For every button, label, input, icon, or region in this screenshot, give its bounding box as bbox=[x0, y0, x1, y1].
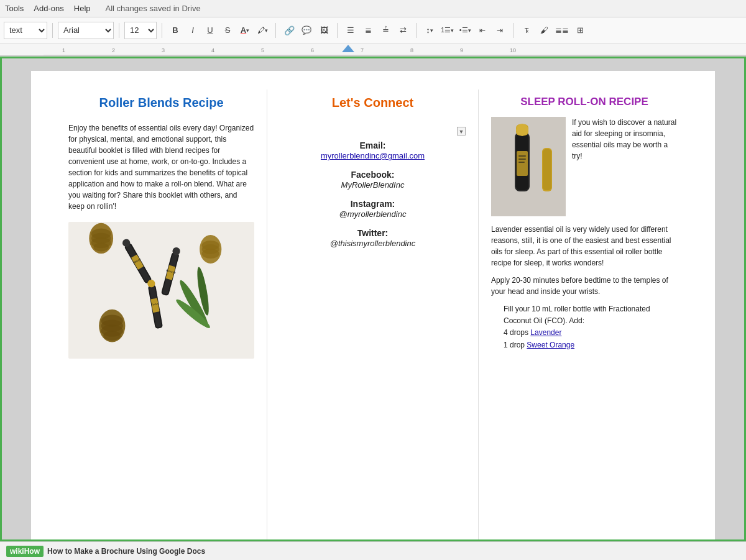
align-justify-button[interactable]: ⇄ bbox=[395, 22, 411, 39]
col3-recipe-intro: Fill your 10 mL roller bottle with Fract… bbox=[504, 303, 678, 327]
saved-status: All changes saved in Drive bbox=[106, 4, 201, 13]
font-group: Arial bbox=[58, 22, 114, 39]
columns-button[interactable]: ≣≣ bbox=[553, 22, 571, 39]
link-button[interactable]: 🔗 bbox=[281, 22, 297, 39]
indent-less-icon: ⇤ bbox=[479, 26, 486, 35]
highlight-icon: 🖍 bbox=[257, 26, 265, 35]
spacing-group: ↕ ▾ 1☰ ▾ •☰ ▾ ⇤ ⇥ bbox=[421, 22, 508, 39]
sweet-orange-link[interactable]: Sweet Orange bbox=[527, 341, 574, 349]
how-to-label: How to Make a Brochure Using Google Docs bbox=[47, 547, 205, 556]
comment-button[interactable]: 💬 bbox=[298, 22, 315, 39]
line-spacing-button[interactable]: ↕ ▾ bbox=[421, 22, 438, 39]
underline-button[interactable]: U bbox=[202, 22, 218, 39]
sep5 bbox=[337, 23, 338, 38]
facebook-item: Facebook: MyRollerBlendInc bbox=[280, 169, 466, 190]
twitter-label: Twitter: bbox=[357, 228, 389, 238]
menu-addons[interactable]: Add-ons bbox=[34, 4, 63, 13]
svg-text:10: 10 bbox=[510, 47, 516, 53]
table-icon: ⊞ bbox=[577, 25, 584, 35]
indent-more-icon: ⇥ bbox=[497, 26, 503, 35]
svg-text:9: 9 bbox=[460, 47, 463, 53]
align-right-icon: ≟ bbox=[382, 25, 389, 35]
style-dropdown[interactable]: text bbox=[4, 22, 47, 39]
menu-help[interactable]: Help bbox=[74, 4, 91, 13]
numbered-list-icon: 1☰ bbox=[441, 26, 451, 34]
align-center-icon: ≣ bbox=[365, 25, 372, 35]
svg-text:4: 4 bbox=[211, 47, 214, 53]
svg-point-27 bbox=[103, 331, 121, 341]
text-color-icon: A bbox=[241, 25, 246, 35]
lavender-link[interactable]: Lavender bbox=[530, 328, 561, 337]
svg-text:5: 5 bbox=[261, 47, 264, 53]
bullet-list-button[interactable]: •☰ ▾ bbox=[457, 22, 473, 39]
svg-text:3: 3 bbox=[162, 47, 165, 53]
col3-title: SLEEP ROLL-ON RECIPE bbox=[491, 96, 678, 108]
svg-text:2: 2 bbox=[112, 47, 115, 53]
col3-recipe: Fill your 10 mL roller bottle with Fract… bbox=[504, 303, 678, 351]
document-page: Roller Blends Recipe Enjoy the benefits … bbox=[31, 71, 715, 541]
instagram-value: @myrollerblendinc bbox=[280, 209, 466, 219]
align-left-icon: ☰ bbox=[347, 25, 354, 35]
wikihow-badge: wikiHow bbox=[6, 546, 44, 557]
indent-more-button[interactable]: ⇥ bbox=[492, 22, 508, 39]
instagram-label: Instagram: bbox=[351, 199, 395, 209]
svg-point-22 bbox=[202, 249, 219, 259]
align-right-button[interactable]: ≟ bbox=[377, 22, 394, 39]
svg-point-51 bbox=[516, 124, 528, 136]
col3-ingredient2: 1 drop Sweet Orange bbox=[504, 339, 678, 351]
svg-rect-53 bbox=[518, 155, 526, 157]
col3-image bbox=[491, 117, 566, 216]
sep2 bbox=[119, 23, 119, 38]
text-color-button[interactable]: A ▾ bbox=[237, 22, 253, 39]
col3-para1: Lavender essential oil is very widely us… bbox=[491, 224, 678, 269]
paint-format-button[interactable]: 🖌 bbox=[536, 22, 552, 39]
sep1 bbox=[52, 23, 53, 38]
email-link[interactable]: myrollerblendinc@gmail.com bbox=[280, 151, 466, 160]
svg-marker-11 bbox=[342, 45, 354, 52]
svg-text:7: 7 bbox=[361, 47, 364, 53]
paint-format-icon: 🖌 bbox=[540, 25, 548, 35]
font-size-dropdown[interactable]: 12 bbox=[124, 22, 157, 39]
image-button[interactable]: 🖼 bbox=[316, 22, 332, 39]
bold-button[interactable]: B bbox=[167, 22, 183, 39]
columns-icon: ≣≣ bbox=[555, 25, 569, 35]
align-center-button[interactable]: ≣ bbox=[360, 22, 376, 39]
footer-bar: wikiHow How to Make a Brochure Using Goo… bbox=[0, 541, 746, 560]
align-left-button[interactable]: ☰ bbox=[343, 22, 359, 39]
toolbar: text Arial 12 B I U S A ▾ 🖍 ▾ 🔗 💬 bbox=[0, 17, 746, 44]
email-label: Email: bbox=[359, 140, 385, 150]
col1-body: Enjoy the benefits of essential oils eve… bbox=[68, 122, 254, 212]
highlight-button[interactable]: 🖍 ▾ bbox=[254, 22, 270, 39]
style-group: text bbox=[4, 22, 47, 39]
svg-text:6: 6 bbox=[311, 47, 314, 53]
menu-tools[interactable]: Tools bbox=[5, 4, 24, 13]
scroll-indicator[interactable]: ▼ bbox=[457, 127, 466, 135]
clear-format-button[interactable]: T✕ bbox=[518, 22, 535, 39]
numbered-list-button[interactable]: 1☰ ▾ bbox=[439, 22, 456, 39]
col3-para2: Apply 20-30 minutes before bedtime to th… bbox=[491, 275, 678, 297]
email-item: Email: myrollerblendinc@gmail.com bbox=[280, 140, 466, 160]
facebook-value: MyRollerBlendInc bbox=[280, 180, 466, 190]
col3-top-section: If you wish to discover a natural aid fo… bbox=[491, 117, 678, 216]
sep3 bbox=[162, 23, 162, 38]
table-button[interactable]: ⊞ bbox=[572, 22, 588, 39]
indent-less-button[interactable]: ⇤ bbox=[474, 22, 490, 39]
svg-point-18 bbox=[93, 242, 109, 251]
menu-bar: Tools Add-ons Help All changes saved in … bbox=[0, 0, 746, 17]
link-icon: 🔗 bbox=[284, 25, 295, 35]
italic-button[interactable]: I bbox=[185, 22, 201, 39]
size-group: 12 bbox=[124, 22, 157, 39]
font-dropdown[interactable]: Arial bbox=[58, 22, 114, 39]
sep6 bbox=[416, 23, 417, 38]
twitter-value: @thisismyrollerblendinc bbox=[280, 239, 466, 248]
strikethrough-button[interactable]: S bbox=[219, 22, 236, 39]
insert-group: 🔗 💬 🖼 bbox=[281, 22, 332, 39]
svg-text:1: 1 bbox=[62, 47, 65, 53]
clear-format-icon: T✕ bbox=[525, 27, 529, 34]
ruler: 1 2 3 4 5 6 7 8 9 10 bbox=[0, 44, 746, 56]
col3-intro-text: If you wish to discover a natural aid fo… bbox=[572, 117, 678, 216]
twitter-item: Twitter: @thisismyrollerblendinc bbox=[280, 227, 466, 248]
sep4 bbox=[275, 23, 276, 38]
instagram-item: Instagram: @myrollerblendinc bbox=[280, 198, 466, 219]
format-group: B I U S A ▾ 🖍 ▾ bbox=[167, 22, 270, 39]
